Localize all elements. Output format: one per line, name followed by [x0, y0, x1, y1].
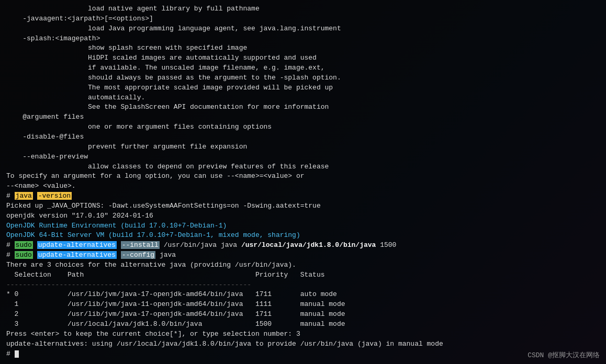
terminal-line: -splash:<imagepath>: [6, 34, 600, 44]
terminal-line: --enable-preview: [6, 152, 600, 162]
terminal-line: # sudo update-alternatives --config java: [6, 251, 600, 260]
terminal-line: To specify an argument for a long option…: [6, 172, 600, 181]
terminal-line: load Java programming language agent, se…: [6, 24, 600, 34]
terminal-line: * 0 /usr/lib/jvm/java-17-openjdk-amd64/b…: [6, 290, 600, 300]
terminal-line: @argument files: [6, 112, 600, 122]
terminal-line: ----------------------------------------…: [6, 280, 600, 290]
terminal-line: 1 /usr/lib/jvm/java-11-openjdk-amd64/bin…: [6, 300, 600, 310]
terminal-line: There are 3 choices for the alternative …: [6, 260, 600, 270]
terminal-line: # java -version: [6, 191, 600, 201]
terminal-line: See the SplashScreen API documentation f…: [6, 103, 600, 112]
terminal-line: HiDPI scaled images are automatically su…: [6, 53, 600, 63]
terminal-line: The most appropriate scaled image provid…: [6, 83, 600, 93]
terminal-line: 3 /usr/local/java/jdk1.8.0/bin/java 1500…: [6, 320, 600, 329]
terminal-line: Selection Path Priority Status: [6, 270, 600, 280]
terminal-line: OpenJDK 64-Bit Server VM (build 17.0.10+…: [6, 231, 600, 241]
terminal-line: Press <enter> to keep the current choice…: [6, 329, 600, 339]
terminal-line: load native agent library by full pathna…: [6, 4, 600, 14]
watermark-text: CSDN @抠脚大汉在网络: [528, 350, 600, 360]
terminal-line: update-alternatives: using /usr/local/ja…: [6, 339, 600, 349]
terminal-content[interactable]: load native agent library by full pathna…: [0, 0, 606, 364]
terminal-line: -disable-@files: [6, 132, 600, 142]
terminal-line: --<name> <value>.: [6, 181, 600, 191]
terminal-line: openjdk version "17.0.10" 2024-01-16: [6, 211, 600, 221]
terminal-line: show splash screen with specified image: [6, 43, 600, 53]
terminal-line: OpenJDK Runtime Environment (build 17.0.…: [6, 221, 600, 231]
terminal-line: #: [6, 349, 600, 359]
terminal-line: automatically.: [6, 93, 600, 103]
terminal-line: should always be passed as the argument …: [6, 73, 600, 83]
terminal-line: Picked up _JAVA_OPTIONS: -Dawt.useSystem…: [6, 201, 600, 211]
terminal-line: if available. The unscaled image filenam…: [6, 63, 600, 73]
terminal-line: 2 /usr/lib/jvm/java-17-openjdk-amd64/bin…: [6, 310, 600, 320]
terminal-container: load native agent library by full pathna…: [0, 0, 606, 364]
terminal-line: -javaagent:<jarpath>[=<options>]: [6, 14, 600, 24]
terminal-line: one or more argument files containing op…: [6, 122, 600, 132]
terminal-line: prevent further argument file expansion: [6, 142, 600, 152]
terminal-line: allow classes to depend on preview featu…: [6, 162, 600, 172]
terminal-line: # sudo update-alternatives --install /us…: [6, 241, 600, 251]
